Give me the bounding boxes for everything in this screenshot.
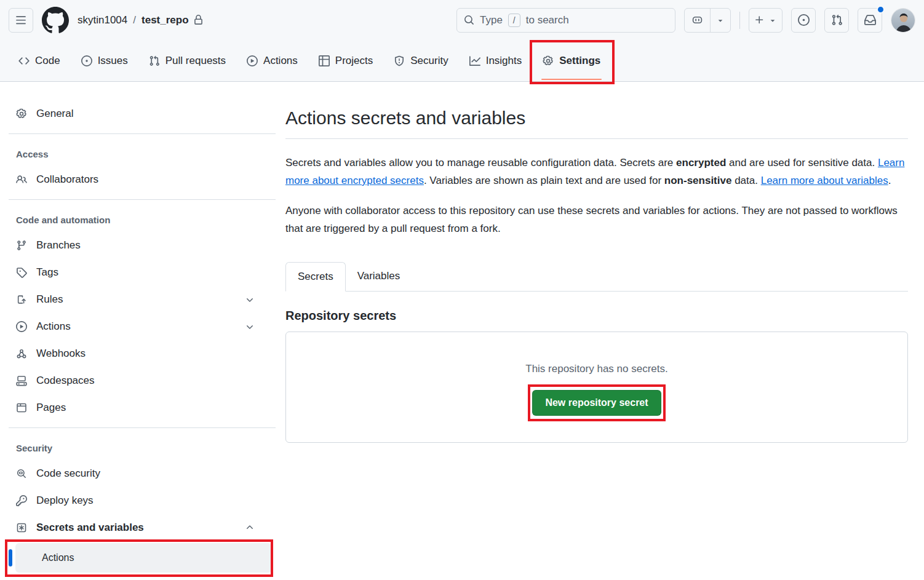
- tab-insights[interactable]: Insights: [462, 46, 530, 76]
- sidebar-item-codespaces[interactable]: Codespaces: [9, 367, 276, 394]
- tab-settings[interactable]: Settings: [535, 46, 608, 76]
- code-icon: [18, 55, 30, 66]
- sidebar-item-general[interactable]: General: [9, 100, 276, 127]
- new-secret-button-wrap: New repository secret: [532, 390, 661, 416]
- webhook-icon: [16, 348, 27, 359]
- page-title: Actions secrets and variables: [285, 106, 908, 130]
- sidebar-section-code-automation: Code and automation: [9, 206, 276, 232]
- empty-secrets-message: This repository has no secrets.: [525, 363, 667, 375]
- notification-dot: [877, 6, 885, 14]
- copilot-button[interactable]: [684, 8, 731, 33]
- rule-icon: [16, 294, 27, 305]
- sidebar-item-collaborators[interactable]: Collaborators: [9, 166, 276, 193]
- tag-icon: [16, 267, 27, 278]
- pull-requests-header-button[interactable]: [824, 8, 849, 33]
- copilot-dropdown[interactable]: [711, 9, 730, 32]
- sidebar-item-rules[interactable]: Rules: [9, 286, 276, 313]
- git-pull-request-icon: [149, 55, 160, 66]
- title-divider: [285, 138, 908, 139]
- slash-key-hint: /: [508, 14, 520, 27]
- sidebar-section-security: Security: [9, 434, 276, 460]
- description-paragraph-2: Anyone with collaborator access to this …: [285, 202, 908, 237]
- sidebar-item-actions[interactable]: Actions: [9, 313, 276, 340]
- git-pull-request-icon: [831, 14, 843, 26]
- github-logo-icon[interactable]: [42, 7, 69, 34]
- secrets-variables-tabnav: Secrets Variables: [285, 262, 908, 292]
- inbox-wrap: [858, 8, 882, 33]
- selected-accent-bar: [9, 549, 12, 566]
- link-variables[interactable]: Learn more about variables: [761, 175, 888, 186]
- global-header: skytin1004 / test_repo Type / to search: [0, 0, 924, 40]
- chevron-down-icon[interactable]: [245, 322, 255, 332]
- settings-sidebar: General Access Collaborators Code and au…: [0, 82, 285, 573]
- search-placeholder-prefix: Type: [480, 14, 503, 26]
- issue-opened-icon: [81, 55, 92, 66]
- tab-actions[interactable]: Actions: [239, 46, 305, 76]
- shield-icon: [394, 55, 405, 66]
- breadcrumb-separator: /: [133, 14, 136, 26]
- tab-issues[interactable]: Issues: [74, 46, 135, 76]
- repo-nav: Code Issues Pull requests Actions Projec…: [0, 40, 924, 82]
- three-bars-icon: [15, 15, 26, 26]
- tab-variables[interactable]: Variables: [346, 262, 412, 291]
- description-paragraph-1: Secrets and variables allow you to manag…: [285, 154, 908, 189]
- tab-projects[interactable]: Projects: [311, 46, 380, 76]
- sidebar-item-deploy-keys[interactable]: Deploy keys: [9, 487, 276, 514]
- plus-icon: [754, 15, 765, 25]
- breadcrumb-owner[interactable]: skytin1004: [78, 14, 127, 26]
- graph-icon: [469, 55, 480, 66]
- sidebar-item-secrets-and-variables[interactable]: Secrets and variables: [9, 514, 276, 541]
- table-icon: [319, 55, 330, 66]
- search-input[interactable]: Type / to search: [456, 8, 675, 33]
- lock-icon: [193, 15, 204, 25]
- sidebar-divider: [9, 199, 276, 200]
- chevron-down-icon[interactable]: [245, 295, 255, 304]
- play-icon: [16, 321, 27, 332]
- sidebar-item-webhooks[interactable]: Webhooks: [9, 340, 276, 367]
- new-repository-secret-button[interactable]: New repository secret: [532, 390, 661, 416]
- empty-secrets-box: This repository has no secrets. New repo…: [285, 332, 908, 443]
- sidebar-divider: [9, 133, 276, 134]
- header-divider: [739, 12, 740, 29]
- codescan-icon: [16, 468, 27, 479]
- tab-pull-requests[interactable]: Pull requests: [141, 46, 233, 76]
- sidebar-item-code-security[interactable]: Code security: [9, 460, 276, 487]
- tab-security[interactable]: Security: [386, 46, 455, 76]
- repository-secrets-title: Repository secrets: [285, 309, 908, 323]
- create-new-button[interactable]: [749, 8, 783, 33]
- tab-code[interactable]: Code: [11, 46, 68, 76]
- sidebar-subitem-actions[interactable]: Actions: [15, 543, 272, 573]
- sidebar-section-access: Access: [9, 140, 276, 166]
- search-placeholder-suffix: to search: [526, 14, 569, 26]
- sidebar-subitem-actions-row: Actions: [9, 543, 276, 573]
- breadcrumb: skytin1004 / test_repo: [78, 14, 204, 26]
- people-icon: [16, 174, 27, 185]
- main-content: Actions secrets and variables Secrets an…: [285, 82, 924, 573]
- sidebar-item-branches[interactable]: Branches: [9, 232, 276, 259]
- key-icon: [16, 495, 27, 506]
- sidebar-item-tags[interactable]: Tags: [9, 259, 276, 286]
- play-icon: [247, 55, 258, 66]
- sidebar-item-pages[interactable]: Pages: [9, 394, 276, 421]
- breadcrumb-repo[interactable]: test_repo: [141, 14, 204, 26]
- triangle-down-icon: [768, 16, 777, 25]
- issue-opened-icon: [798, 14, 810, 26]
- search-icon: [464, 15, 474, 25]
- tab-secrets[interactable]: Secrets: [285, 262, 346, 292]
- hamburger-menu-button[interactable]: [9, 8, 33, 33]
- gear-icon: [543, 55, 554, 66]
- sidebar-divider: [9, 427, 276, 428]
- browser-icon: [16, 402, 27, 413]
- chevron-up-icon[interactable]: [245, 523, 255, 533]
- codespaces-icon: [16, 375, 27, 386]
- git-branch-icon: [16, 240, 27, 251]
- gear-icon: [16, 108, 27, 119]
- avatar[interactable]: [891, 8, 915, 33]
- header-right-controls: Type / to search: [456, 8, 915, 33]
- copilot-icon: [685, 9, 711, 32]
- inbox-icon: [864, 14, 876, 26]
- issues-header-button[interactable]: [791, 8, 816, 33]
- asterisk-box-icon: [16, 522, 27, 533]
